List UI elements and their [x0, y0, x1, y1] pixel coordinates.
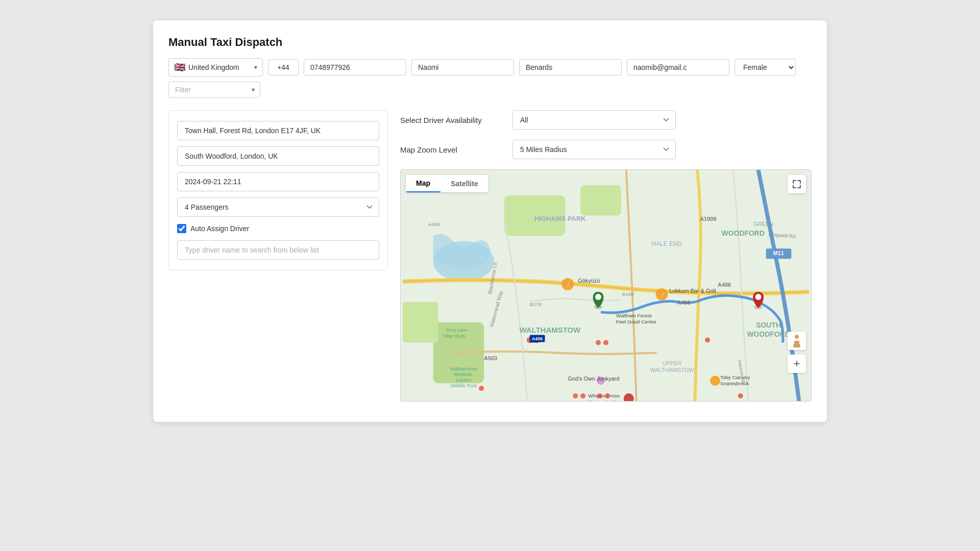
- svg-point-50: [595, 294, 601, 300]
- svg-text:God's Own Junkyard: God's Own Junkyard: [568, 375, 619, 382]
- svg-text:Lokkum Bar & Grill: Lokkum Bar & Grill: [669, 288, 716, 294]
- svg-point-60: [705, 338, 710, 343]
- right-panel: Select Driver Availability All Available…: [400, 110, 812, 402]
- gender-select[interactable]: Male Female Other: [734, 59, 796, 76]
- svg-text:Terry Lane: Terry Lane: [446, 328, 467, 333]
- svg-text:WALTHAMSTOW: WALTHAMSTOW: [650, 367, 694, 373]
- dropoff-address-input[interactable]: [177, 146, 379, 166]
- datetime-input[interactable]: [177, 172, 379, 191]
- svg-text:Wildlife Trust: Wildlife Trust: [451, 383, 477, 388]
- filter-select-wrap[interactable]: Filter ▾: [168, 82, 260, 98]
- svg-point-63: [603, 340, 608, 345]
- passengers-select[interactable]: 1 Passenger 2 Passengers 3 Passengers 4 …: [177, 197, 379, 217]
- map-fullscreen-button[interactable]: [788, 175, 806, 193]
- auto-assign-checkbox[interactable]: [177, 224, 186, 233]
- svg-rect-3: [580, 185, 621, 216]
- auto-assign-row: Auto Assign Driver: [177, 224, 379, 233]
- svg-point-41: [710, 375, 720, 386]
- top-bar: 🇬🇧 United Kingdom United States Canada A…: [168, 58, 812, 98]
- phone-code-display: +44: [268, 59, 299, 76]
- svg-text:HALE END: HALE END: [652, 240, 682, 247]
- svg-text:🍴: 🍴: [659, 291, 666, 298]
- svg-point-58: [597, 393, 602, 398]
- svg-rect-69: [794, 341, 799, 345]
- svg-text:🍴: 🍴: [565, 281, 571, 288]
- svg-point-59: [605, 393, 610, 398]
- svg-point-56: [573, 393, 578, 398]
- main-card: Manual Taxi Dispatch 🇬🇧 United Kingdom U…: [153, 20, 827, 422]
- svg-text:A406: A406: [718, 282, 731, 288]
- firstname-input[interactable]: [411, 59, 514, 76]
- svg-rect-5: [403, 302, 438, 343]
- email-input[interactable]: [627, 59, 729, 76]
- svg-point-68: [795, 335, 799, 339]
- left-card: 1 Passenger 2 Passengers 3 Passengers 4 …: [168, 110, 388, 270]
- svg-text:Filter Beds: Filter Beds: [443, 334, 465, 339]
- pickup-address-input[interactable]: [177, 121, 379, 140]
- country-flag: 🇬🇧: [174, 62, 185, 73]
- page-title: Manual Taxi Dispatch: [168, 36, 812, 49]
- svg-text:Gökyüzü: Gökyüzü: [578, 278, 600, 284]
- svg-point-57: [580, 393, 585, 398]
- svg-text:University Hospital: University Hospital: [588, 399, 630, 401]
- svg-text:Whipps Cross: Whipps Cross: [588, 393, 620, 398]
- svg-text:A406: A406: [532, 336, 543, 341]
- svg-text:WALTHAMSTOW: WALTHAMSTOW: [520, 325, 581, 334]
- svg-text:Wetlands,: Wetlands,: [453, 372, 474, 377]
- svg-text:GREEN: GREEN: [753, 221, 773, 227]
- svg-point-62: [596, 340, 601, 345]
- svg-text:Waltham Forest: Waltham Forest: [616, 313, 652, 318]
- svg-point-61: [738, 393, 743, 398]
- svg-text:A406: A406: [677, 299, 690, 306]
- tab-map[interactable]: Map: [406, 175, 440, 192]
- svg-text:WOODFORD: WOODFORD: [747, 330, 790, 338]
- svg-text:B160: B160: [622, 291, 634, 297]
- svg-text:A406: A406: [428, 221, 440, 227]
- pickup-marker: [593, 292, 604, 309]
- driver-availability-label: Select Driver Availability: [400, 116, 502, 124]
- svg-text:A503: A503: [484, 355, 497, 361]
- left-panel: 1 Passenger 2 Passengers 3 Passengers 4 …: [168, 110, 388, 402]
- tab-satellite[interactable]: Satellite: [440, 175, 488, 192]
- svg-text:SOUTH: SOUTH: [756, 321, 781, 329]
- svg-text:M11: M11: [773, 250, 784, 256]
- phone-input[interactable]: [304, 59, 406, 76]
- map-zoom-label: Map Zoom Level: [400, 145, 502, 154]
- lastname-input[interactable]: [519, 59, 622, 76]
- country-select[interactable]: United Kingdom United States Canada Aust…: [188, 63, 247, 71]
- svg-text:A1009: A1009: [700, 216, 716, 222]
- svg-text:Feel Good Centre: Feel Good Centre: [616, 319, 656, 324]
- content-area: 1 Passenger 2 Passengers 3 Passengers 4 …: [168, 110, 812, 402]
- country-select-container[interactable]: 🇬🇧 United Kingdom United States Canada A…: [168, 58, 263, 77]
- svg-text:London: London: [456, 378, 471, 383]
- map-zoom-plus-button[interactable]: +: [788, 355, 806, 373]
- svg-text:WOODFORD: WOODFORD: [722, 229, 765, 237]
- filter-select[interactable]: Filter: [175, 86, 254, 94]
- map-zoom-select[interactable]: 1 Miles Radius 2 Miles Radius 5 Miles Ra…: [512, 140, 676, 159]
- svg-point-52: [755, 294, 762, 300]
- driver-availability-row: Select Driver Availability All Available…: [400, 110, 812, 130]
- auto-assign-label: Auto Assign Driver: [190, 224, 249, 233]
- map-tabs: Map Satellite: [406, 175, 488, 192]
- svg-point-64: [479, 386, 484, 391]
- country-dropdown-arrow: ▾: [254, 64, 257, 71]
- svg-text:B179: B179: [530, 302, 542, 307]
- driver-search-input[interactable]: [177, 240, 379, 260]
- svg-text:Walthamstow: Walthamstow: [450, 366, 478, 371]
- map-zoom-row: Map Zoom Level 1 Miles Radius 2 Miles Ra…: [400, 140, 812, 159]
- svg-text:HIGHAMS PARK: HIGHAMS PARK: [534, 215, 586, 222]
- dropoff-marker: [753, 292, 764, 309]
- map-container: M11 Blackhorse Ln B179: [400, 169, 812, 402]
- svg-text:UPPER: UPPER: [663, 360, 682, 366]
- driver-availability-select[interactable]: All Available Unavailable: [512, 110, 676, 130]
- map-person-button[interactable]: [788, 332, 806, 350]
- map-svg: M11 Blackhorse Ln B179: [401, 170, 811, 401]
